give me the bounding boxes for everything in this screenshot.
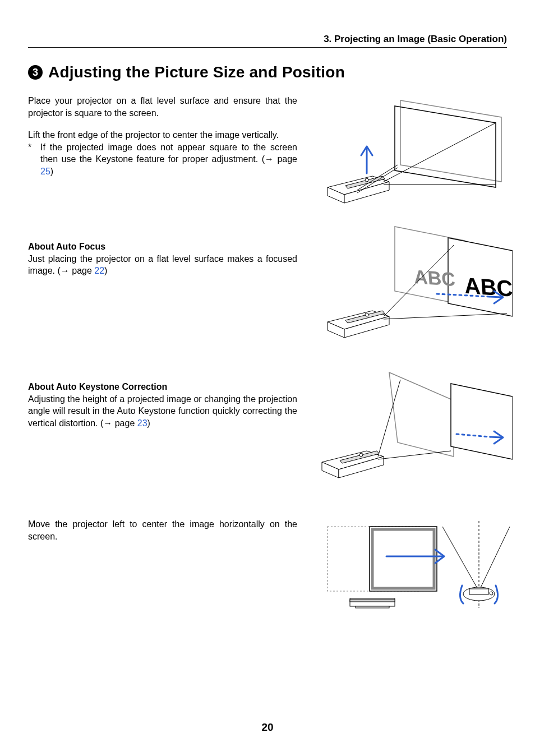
svg-line-7: [384, 314, 507, 319]
block3-body: Adjusting the height of a projected imag…: [28, 393, 297, 430]
svg-point-22: [490, 592, 493, 595]
block1-p2: Lift the front edge of the projector to …: [28, 129, 297, 141]
svg-point-8: [359, 453, 363, 457]
block3-text: About Auto Keystone Correction Adjusting…: [28, 370, 297, 487]
page-ref-25[interactable]: 25: [40, 167, 50, 176]
block4-text: Move the projector left to center the im…: [28, 518, 297, 619]
page-ref-23[interactable]: 23: [137, 418, 147, 428]
section-title: 3 Adjusting the Picture Size and Positio…: [28, 63, 507, 81]
svg-rect-21: [469, 589, 488, 594]
svg-line-18: [479, 527, 510, 591]
footnote-asterisk: *: [28, 141, 40, 178]
page-number: 20: [0, 721, 535, 734]
block2-head: About Auto Focus: [28, 241, 297, 253]
illustration-move-left: [311, 518, 513, 619]
block1-note: If the projected image does not appear s…: [40, 141, 297, 178]
illustration-auto-focus: ABC ABC: [311, 224, 513, 347]
focus-label-blurred: ABC: [413, 266, 456, 290]
svg-point-0: [365, 178, 368, 182]
block2-body: Just placing the projector on a flat lev…: [28, 253, 297, 277]
block1-text: Place your projector on a flat level sur…: [28, 95, 297, 213]
block3-head: About Auto Keystone Correction: [28, 381, 297, 393]
illustration-tilt-up: [311, 95, 513, 213]
svg-line-9: [378, 380, 400, 457]
svg-line-17: [442, 527, 479, 591]
section-title-text: Adjusting the Picture Size and Position: [48, 63, 345, 81]
svg-rect-15: [350, 600, 395, 602]
block2-text: About Auto Focus Just placing the projec…: [28, 224, 297, 347]
svg-point-5: [365, 313, 368, 316]
svg-line-10: [378, 451, 451, 459]
block4-body: Move the projector left to center the im…: [28, 518, 297, 542]
illustration-keystone: [311, 370, 513, 487]
svg-rect-16: [356, 606, 389, 608]
block1-p1: Place your projector on a flat level sur…: [28, 95, 297, 119]
section-number-badge: 3: [28, 65, 43, 80]
running-head: 3. Projecting an Image (Basic Operation): [28, 34, 507, 48]
page-ref-22[interactable]: 22: [94, 266, 104, 275]
svg-rect-12: [370, 527, 437, 591]
